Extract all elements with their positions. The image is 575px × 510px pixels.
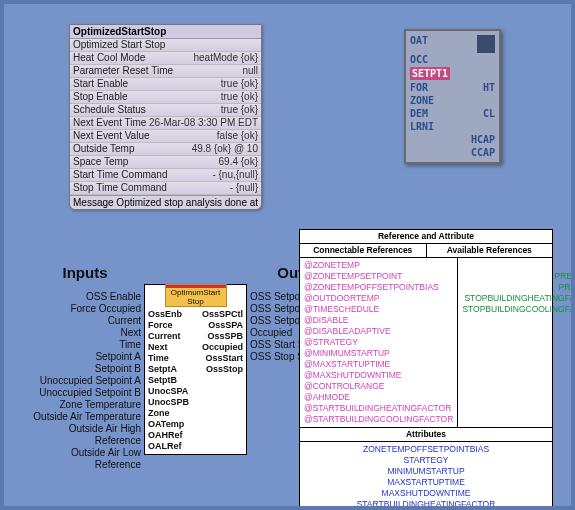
property-label: Optimized Start Stop	[73, 39, 165, 51]
attribute-item[interactable]: MAXSHUTDOWNTIME	[300, 488, 552, 499]
attribute-item[interactable]: STARTBUILDINGHEATINGFACTOR	[300, 499, 552, 510]
io-center-box[interactable]: OptimumStart Stop OssEnbOssSPCtlForceOss…	[144, 284, 247, 455]
connectable-ref[interactable]: @ZONETEMPOFFSETPOINTBIAS	[304, 282, 453, 293]
property-label: Stop Time Command	[73, 182, 167, 194]
connectable-ref[interactable]: @DISABLEADAPTIVE	[304, 326, 453, 337]
input-label: Outside Air Temperature	[29, 411, 141, 423]
io-pair: TimeOssStart	[148, 353, 243, 364]
input-label: Time	[29, 339, 141, 351]
property-row[interactable]: Stop Enabletrue {ok}	[70, 91, 261, 104]
available-ref[interactable]: STOPBUILDINGHEATINGFACTOR	[462, 293, 575, 304]
property-row[interactable]: Next Event Time26-Mar-08 3:30 PM EDT	[70, 117, 261, 130]
block-tag: SETPT1	[410, 67, 450, 80]
connectable-ref[interactable]: @STARTBUILDINGHEATINGFACTOR	[304, 403, 453, 414]
property-row[interactable]: Outside Temp49.8 {ok} @ 10	[70, 143, 261, 156]
property-value: true {ok}	[221, 78, 258, 90]
property-label: Start Enable	[73, 78, 128, 90]
function-block[interactable]: OAT OCC SETPT1 FORHT ZONE DEMCL LRNI HCA…	[404, 29, 501, 164]
io-single: UnocSPB	[148, 397, 243, 408]
port-oat: OAT	[410, 34, 428, 53]
connectable-ref[interactable]: @MAXSTARTUPTIME	[304, 359, 453, 370]
property-row[interactable]: Parameter Reset Timenull	[70, 65, 261, 78]
io-pair: ForceOssSPA	[148, 320, 243, 331]
connectable-ref[interactable]: @STRATEGY	[304, 337, 453, 348]
property-value: - {null}	[230, 182, 258, 194]
port-occ: OCC	[410, 53, 495, 66]
io-pair: OssEnbOssSPCtl	[148, 309, 243, 320]
property-title: OptimizedStartStop	[70, 25, 261, 39]
property-label: Stop Enable	[73, 91, 128, 103]
property-row[interactable]: Optimized Start Stop	[70, 39, 261, 52]
property-value: false {ok}	[217, 130, 258, 142]
connectable-ref[interactable]: @AHMODE	[304, 392, 453, 403]
property-label: Heat Cool Mode	[73, 52, 145, 64]
property-row[interactable]: Heat Cool ModeheatMode {ok}	[70, 52, 261, 65]
connectable-ref[interactable]: @DISABLE	[304, 315, 453, 326]
io-single: Zone	[148, 408, 243, 419]
block-icon	[477, 35, 495, 53]
reference-title: Reference and Attribute	[300, 230, 552, 244]
attribute-item[interactable]: MINIMUMSTARTUP	[300, 466, 552, 477]
property-row[interactable]: Next Event Valuefalse {ok}	[70, 130, 261, 143]
property-value: true {ok}	[221, 91, 258, 103]
port-ccap: CCAP	[471, 146, 495, 159]
input-label: Setpoint A	[29, 351, 141, 363]
input-label: Outside Air High Reference	[29, 423, 141, 447]
attribute-item[interactable]: ZONETEMPOFFSETPOINTBIAS	[300, 444, 552, 455]
connectable-header: Connectable References	[300, 244, 427, 257]
io-single: OALRef	[148, 441, 243, 452]
property-label: Start Time Command	[73, 169, 167, 181]
connectable-ref[interactable]: @CONTROLRANGE	[304, 381, 453, 392]
connectable-ref[interactable]: @MAXSHUTDOWNTIME	[304, 370, 453, 381]
attribute-item[interactable]: MAXSTARTUPTIME	[300, 477, 552, 488]
property-row[interactable]: Start Enabletrue {ok}	[70, 78, 261, 91]
property-row[interactable]: Start Time Command- {nu,{null}	[70, 169, 261, 182]
input-label: Force Occupied	[29, 303, 141, 315]
property-value: 69.4 {ok}	[219, 156, 258, 168]
property-label: Parameter Reset Time	[73, 65, 173, 77]
property-value: true {ok}	[221, 104, 258, 116]
available-ref[interactable]: STOPBUILDINGCOOLINGFACTOR	[462, 304, 575, 315]
available-ref[interactable]: PRESTART	[462, 271, 575, 282]
port-hcap: HCAP	[471, 133, 495, 146]
io-pair: NextOccupied	[148, 342, 243, 353]
connectable-ref[interactable]: @OUTDOORTEMP	[304, 293, 453, 304]
property-label: Next Event Time	[73, 117, 146, 129]
property-value: null	[242, 65, 258, 77]
property-label: Schedule Status	[73, 104, 146, 116]
property-label: Space Temp	[73, 156, 128, 168]
port-for: FOR	[410, 81, 428, 94]
inputs-header: Inputs	[29, 264, 141, 281]
property-sheet: OptimizedStartStop Optimized Start StopH…	[69, 24, 262, 210]
property-label: Outside Temp	[73, 143, 135, 155]
property-row[interactable]: Stop Time Command- {null}	[70, 182, 261, 195]
property-row[interactable]: Space Temp69.4 {ok}	[70, 156, 261, 169]
connectable-ref[interactable]: @STARTBUILDINGCOOLINGFACTOR	[304, 414, 453, 425]
connectable-ref[interactable]: @ZONETEMPSETPOINT	[304, 271, 453, 282]
property-value: 26-Mar-08 3:30 PM EDT	[149, 117, 258, 129]
connectable-ref[interactable]: @ZONETEMP	[304, 260, 453, 271]
port-zone: ZONE	[410, 94, 495, 107]
available-ref[interactable]: PRESTOP	[462, 282, 575, 293]
connectable-ref[interactable]: @TIMESCHEDULE	[304, 304, 453, 315]
connectable-ref[interactable]: @MINIMUMSTARTUP	[304, 348, 453, 359]
input-label: Current	[29, 315, 141, 327]
available-ref[interactable]: MODE	[462, 260, 575, 271]
property-value: heatMode {ok}	[194, 52, 259, 64]
property-label: Next Event Value	[73, 130, 150, 142]
io-pair: SetptAOssStop	[148, 364, 243, 375]
attribute-item[interactable]: STARTEGY	[300, 455, 552, 466]
io-single: OAHRef	[148, 430, 243, 441]
reference-panel: Reference and Attribute Connectable Refe…	[299, 229, 553, 510]
port-dem: DEM	[410, 107, 428, 120]
io-pair: CurrentOssSPB	[148, 331, 243, 342]
io-single: OATemp	[148, 419, 243, 430]
input-label: Outside Air Low Reference	[29, 447, 141, 471]
property-row[interactable]: Schedule Statustrue {ok}	[70, 104, 261, 117]
input-label: Next	[29, 327, 141, 339]
io-single: SetptB	[148, 375, 243, 386]
property-value: 49.8 {ok} @ 10	[192, 143, 258, 155]
property-message: Message Optimized stop analysis done at …	[70, 195, 261, 209]
input-label: Zone Temperature	[29, 399, 141, 411]
input-label: Unoccupied Setpoint B	[29, 387, 141, 399]
